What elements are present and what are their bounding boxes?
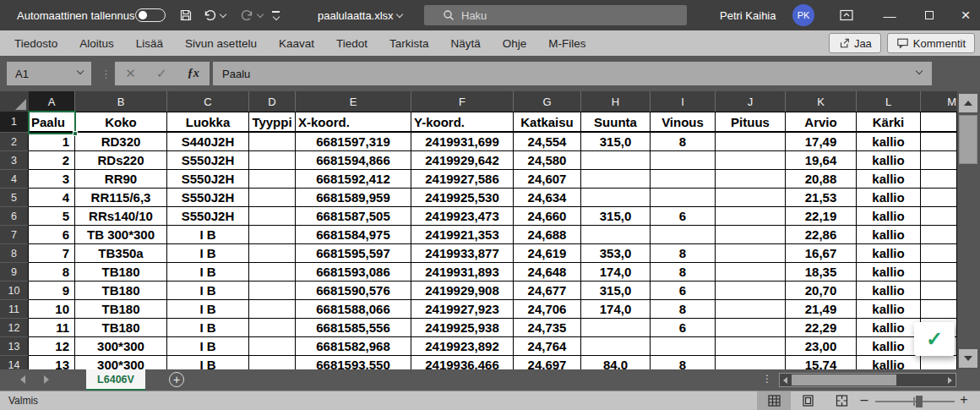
cell-L14[interactable]: kallio [857, 356, 921, 369]
column-header-C[interactable]: C [167, 91, 249, 112]
cell-A5[interactable]: 4 [29, 189, 75, 207]
cell-A14[interactable]: 13 [29, 356, 75, 369]
ribbon-tab-tiedosto[interactable]: Tiedosto [3, 30, 68, 56]
cell-H7[interactable] [581, 226, 651, 244]
cell-G11[interactable]: 24,706 [514, 300, 581, 319]
minimize-button[interactable]: — [875, 0, 904, 30]
cell-G8[interactable]: 24,619 [514, 244, 581, 263]
account-name[interactable]: Petri Kaihia [720, 0, 776, 30]
cell-L6[interactable]: kallio [857, 207, 921, 226]
formula-input[interactable]: Paalu [213, 62, 932, 85]
cell-B2[interactable]: RD320 [75, 133, 167, 151]
cell-C12[interactable]: I B [167, 319, 249, 337]
save-button[interactable] [179, 0, 193, 30]
cell-K3[interactable]: 19,64 [786, 151, 857, 170]
cell-K12[interactable]: 22,29 [786, 319, 857, 337]
cell-G14[interactable]: 24,697 [514, 356, 581, 369]
sheet-tab-active[interactable]: L6406V [86, 369, 145, 391]
cell-A8[interactable]: 7 [29, 244, 75, 263]
cell-C8[interactable]: I B [167, 244, 249, 263]
cell-M10[interactable] [921, 282, 957, 300]
cell-G7[interactable]: 24,688 [514, 226, 581, 244]
cell-B11[interactable]: TB180 [75, 300, 167, 319]
cell-I10[interactable]: 6 [651, 282, 716, 300]
column-header-K[interactable]: K [786, 91, 857, 112]
avatar[interactable]: PK [792, 4, 814, 26]
cell-E14[interactable]: 6681593,550 [296, 356, 411, 369]
cell-G13[interactable]: 24,764 [514, 337, 581, 356]
cell-J11[interactable] [716, 300, 786, 319]
cell-G3[interactable]: 24,580 [514, 151, 581, 170]
cell-G2[interactable]: 24,554 [514, 133, 581, 151]
cell-H11[interactable]: 174,0 [581, 300, 651, 319]
cell-I2[interactable]: 8 [651, 133, 716, 151]
cell-A13[interactable]: 12 [29, 337, 75, 356]
cell-H5[interactable] [581, 189, 651, 207]
cell-H13[interactable] [581, 337, 651, 356]
cell-J7[interactable] [716, 226, 786, 244]
column-header-D[interactable]: D [249, 91, 296, 112]
cell-C13[interactable]: I B [167, 337, 249, 356]
cell-C9[interactable]: I B [167, 263, 249, 282]
cell-C10[interactable]: I B [167, 282, 249, 300]
cell-K13[interactable]: 23,00 [786, 337, 857, 356]
cell-A12[interactable]: 11 [29, 319, 75, 337]
column-header-B[interactable]: B [75, 91, 167, 112]
ribbon-display-options-button[interactable] [832, 0, 861, 30]
name-box-dropdown-icon[interactable] [77, 68, 84, 74]
cell-L12[interactable]: kallio [857, 319, 921, 337]
cell-J13[interactable] [716, 337, 786, 356]
cell-H14[interactable]: 84,0 [581, 356, 651, 369]
cell-H6[interactable]: 315,0 [581, 207, 651, 226]
ribbon-tab-aloitus[interactable]: Aloitus [68, 30, 125, 56]
cell-G9[interactable]: 24,648 [514, 263, 581, 282]
cell-I13[interactable] [651, 337, 716, 356]
cell-E9[interactable]: 6681593,086 [296, 263, 411, 282]
cell-E2[interactable]: 6681597,319 [296, 133, 411, 151]
cell-B3[interactable]: RDs220 [75, 151, 167, 170]
cell-C11[interactable]: I B [167, 300, 249, 319]
scroll-left-icon[interactable] [783, 377, 787, 384]
row-header-2[interactable]: 2 [0, 133, 29, 151]
cell-I12[interactable]: 6 [651, 319, 716, 337]
cell-E6[interactable]: 6681587,505 [296, 207, 411, 226]
cell-A1[interactable]: Paalu [29, 112, 75, 133]
undo-dropdown-icon[interactable] [220, 10, 226, 17]
cell-D10[interactable] [249, 282, 296, 300]
row-header-9[interactable]: 9 [0, 263, 29, 282]
cell-D13[interactable] [249, 337, 296, 356]
column-header-M[interactable]: M [921, 91, 957, 112]
cell-F3[interactable]: 2419929,642 [411, 151, 514, 170]
cell-H9[interactable]: 174,0 [581, 263, 651, 282]
cell-D2[interactable] [249, 133, 296, 151]
cell-F7[interactable]: 2419921,353 [411, 226, 514, 244]
cell-D3[interactable] [249, 151, 296, 170]
formula-bar-grip[interactable]: ⋮ [101, 62, 112, 85]
cell-C3[interactable]: S550J2H [167, 151, 249, 170]
cell-D6[interactable] [249, 207, 296, 226]
cell-M5[interactable] [921, 189, 957, 207]
cell-F1[interactable]: Y-koord. [411, 112, 514, 133]
scroll-up-button[interactable] [959, 94, 977, 112]
cell-H8[interactable]: 353,0 [581, 244, 651, 263]
cell-J1[interactable]: Pituus [716, 112, 786, 133]
row-header-14[interactable]: 14 [0, 356, 29, 369]
zoom-slider-track[interactable] [875, 401, 955, 402]
cell-I4[interactable] [651, 170, 716, 189]
cell-M6[interactable] [921, 207, 957, 226]
select-all-button[interactable] [0, 91, 29, 112]
cell-J10[interactable] [716, 282, 786, 300]
cell-B7[interactable]: TB 300*300 [75, 226, 167, 244]
cell-M8[interactable] [921, 244, 957, 263]
row-header-11[interactable]: 11 [0, 300, 29, 319]
cell-J12[interactable] [716, 319, 786, 337]
cell-G6[interactable]: 24,660 [514, 207, 581, 226]
cell-H10[interactable]: 315,0 [581, 282, 651, 300]
ribbon-tab-kaavat[interactable]: Kaavat [268, 30, 325, 56]
cell-C7[interactable]: I B [167, 226, 249, 244]
cell-K5[interactable]: 21,53 [786, 189, 857, 207]
cell-E10[interactable]: 6681590,576 [296, 282, 411, 300]
share-button[interactable]: Jaa [829, 33, 881, 53]
vertical-scrollbar-thumb[interactable] [959, 115, 977, 164]
cell-K14[interactable]: 15,74 [786, 356, 857, 369]
